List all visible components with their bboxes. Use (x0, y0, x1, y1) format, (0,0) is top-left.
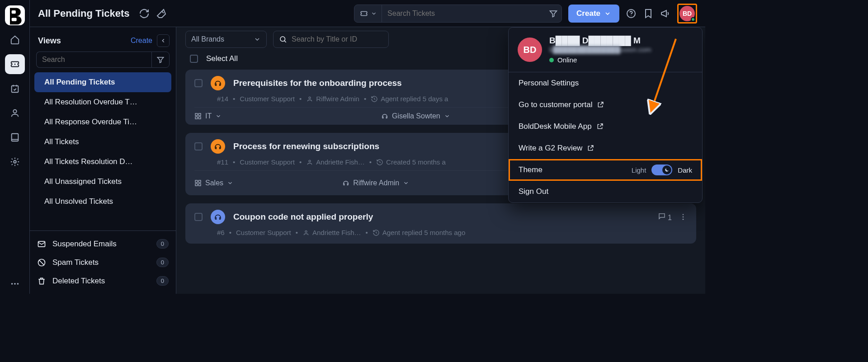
svg-point-27 (683, 216, 684, 218)
bookmark-icon[interactable] (643, 8, 654, 19)
svg-point-6 (11, 283, 13, 285)
create-button[interactable]: Create (568, 5, 619, 23)
agent-label: Gisella Sowten (392, 112, 440, 120)
menu-label: BoldDesk Mobile App (519, 122, 592, 131)
ticket-brand: Customer Support (240, 158, 295, 166)
svg-rect-23 (195, 183, 198, 186)
g2-review-link[interactable]: Write a G2 Review (509, 137, 702, 159)
collapse-sidebar-button[interactable] (157, 34, 170, 47)
popover-email: b██████████████usion.com (549, 46, 651, 53)
suspended-emails-link[interactable]: Suspended Emails 0 (34, 235, 171, 253)
avatar-initials: BD (683, 10, 692, 17)
search-icon (279, 35, 287, 43)
group-label: Sales (205, 179, 223, 187)
spam-label: Spam Tickets (52, 258, 99, 267)
nav-settings[interactable] (5, 152, 25, 172)
ticket-checkbox[interactable] (194, 213, 203, 221)
view-item-all-pending[interactable]: All Pending Tickets (34, 72, 171, 92)
msgcount-label: 1 (668, 214, 672, 221)
online-dot-icon (691, 17, 695, 22)
ticket-requester: Andriette Fish… (312, 229, 361, 236)
nav-knowledge[interactable] (5, 127, 25, 147)
trash-icon (37, 277, 46, 286)
views-filter-button[interactable] (151, 52, 170, 68)
sign-out-link[interactable]: Sign Out (509, 181, 702, 202)
more-icon[interactable] (679, 213, 687, 221)
top-bar: All Pending Tickets Create BD (30, 0, 705, 27)
ticket-title: Process for renewing subscriptions (233, 141, 379, 151)
app-logo[interactable] (5, 5, 25, 25)
deleted-tickets-link[interactable]: Deleted Tickets 0 (34, 272, 171, 290)
ticket-checkbox[interactable] (194, 142, 203, 150)
ticket-requester: Riffwire Admin (316, 95, 359, 103)
brand-selector[interactable]: All Brands (185, 31, 267, 48)
history-icon (373, 229, 380, 236)
ticket-type-icon (211, 139, 225, 154)
online-label: Online (557, 56, 577, 64)
spam-count: 0 (156, 258, 169, 267)
ticket-card[interactable]: Coupon code not applied properly 1 #6• C… (185, 203, 696, 244)
view-item-unsolved[interactable]: All Unsolved Tickets (34, 192, 171, 212)
view-item-all-tickets[interactable]: All Tickets (34, 132, 171, 152)
global-search[interactable] (354, 5, 562, 23)
title-search[interactable] (273, 31, 389, 48)
mobile-app-link[interactable]: BoldDesk Mobile App (509, 116, 702, 137)
ticket-id: #6 (217, 229, 225, 236)
moon-icon (662, 165, 671, 174)
views-create-link[interactable]: Create (131, 37, 152, 45)
view-item-resolution-due[interactable]: All Tickets Resolution D… (34, 152, 171, 172)
svg-rect-17 (195, 117, 198, 119)
ticket-group-field[interactable]: Sales (194, 179, 233, 187)
nav-more[interactable] (5, 274, 25, 294)
ticket-brand: Customer Support (240, 95, 295, 103)
popover-status: Online (549, 56, 651, 64)
svg-point-2 (14, 64, 15, 65)
profile-avatar-highlight: BD (677, 4, 697, 24)
create-label: Create (576, 9, 600, 18)
nav-tasks[interactable] (5, 79, 25, 99)
headset-icon (342, 179, 349, 187)
ticket-title: Prerequisites for the onboarding process (233, 78, 402, 88)
theme-toggle[interactable] (651, 165, 672, 175)
search-scope-chip[interactable] (358, 5, 382, 22)
view-item-resolution-overdue[interactable]: All Resolution Overdue T… (34, 92, 171, 112)
view-item-unassigned[interactable]: All Unassigned Tickets (34, 172, 171, 192)
title-search-input[interactable] (291, 35, 383, 44)
svg-point-4 (13, 110, 16, 113)
ticket-brand: Customer Support (236, 229, 291, 236)
svg-point-29 (305, 230, 307, 232)
external-link-icon (596, 123, 604, 130)
customer-portal-link[interactable]: Go to customer portal (509, 94, 702, 116)
views-search-input[interactable] (36, 52, 151, 68)
ticket-group-field[interactable]: IT (194, 112, 222, 120)
filter-icon[interactable] (549, 9, 558, 18)
select-all-checkbox[interactable] (190, 55, 198, 63)
group-label: IT (205, 112, 212, 120)
spam-tickets-link[interactable]: Spam Tickets 0 (34, 253, 171, 272)
theme-label: Theme (519, 165, 542, 174)
erase-icon[interactable] (156, 8, 167, 19)
nav-tickets[interactable] (5, 54, 25, 74)
announce-icon[interactable] (660, 8, 671, 19)
global-search-input[interactable] (387, 9, 544, 18)
nav-home[interactable] (5, 30, 25, 50)
page-title: All Pending Tickets (38, 8, 130, 19)
chevron-down-icon (254, 36, 261, 43)
theme-dark-label: Dark (678, 166, 692, 174)
ticket-agent-field[interactable]: Riffwire Admin (242, 179, 509, 187)
help-icon[interactable] (626, 8, 637, 19)
view-item-response-overdue[interactable]: All Response Overdue Ti… (34, 112, 171, 132)
refresh-icon[interactable] (139, 8, 150, 19)
views-list: All Pending Tickets All Resolution Overd… (30, 72, 176, 230)
ticket-checkbox[interactable] (194, 79, 203, 87)
chevron-down-icon (604, 10, 611, 17)
svg-rect-1 (11, 18, 16, 21)
popover-avatar: BD (518, 38, 542, 62)
personal-settings-link[interactable]: Personal Settings (509, 72, 702, 94)
nav-contacts[interactable] (5, 103, 25, 123)
grid-icon (194, 179, 202, 187)
profile-avatar-button[interactable]: BD (679, 6, 695, 21)
deleted-label: Deleted Tickets (52, 277, 105, 286)
grid-icon (194, 113, 202, 120)
ticket-msgcount: 1 (658, 212, 672, 222)
